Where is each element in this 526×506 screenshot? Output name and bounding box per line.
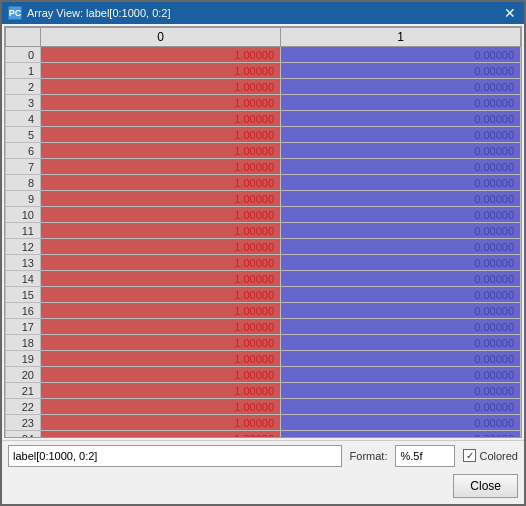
- col-0-cell: 1.00000: [41, 159, 281, 175]
- col-1-cell: 0.00000: [281, 319, 521, 335]
- table-row: 51.000000.00000: [6, 127, 521, 143]
- col-0-cell: 1.00000: [41, 303, 281, 319]
- col-0-cell: 1.00000: [41, 271, 281, 287]
- row-index-cell: 13: [6, 255, 41, 271]
- table-row: 21.000000.00000: [6, 79, 521, 95]
- title-bar: PC Array View: label[0:1000, 0:2] ✕: [2, 2, 524, 24]
- col-1-cell: 0.00000: [281, 159, 521, 175]
- format-label: Format:: [350, 450, 388, 462]
- col-1-cell: 0.00000: [281, 47, 521, 63]
- col-0-cell: 1.00000: [41, 175, 281, 191]
- row-index-cell: 24: [6, 431, 41, 439]
- title-bar-left: PC Array View: label[0:1000, 0:2]: [8, 6, 171, 20]
- col-1-cell: 0.00000: [281, 175, 521, 191]
- format-input[interactable]: [395, 445, 455, 467]
- row-index-cell: 2: [6, 79, 41, 95]
- row-index-cell: 4: [6, 111, 41, 127]
- table-row: 01.000000.00000: [6, 47, 521, 63]
- table-row: 191.000000.00000: [6, 351, 521, 367]
- window-title: Array View: label[0:1000, 0:2]: [27, 7, 171, 19]
- row-index-header: [6, 28, 41, 47]
- row-index-cell: 17: [6, 319, 41, 335]
- col-0-cell: 1.00000: [41, 223, 281, 239]
- col-1-cell: 0.00000: [281, 271, 521, 287]
- col-0-cell: 1.00000: [41, 47, 281, 63]
- colored-text: Colored: [479, 450, 518, 462]
- app-icon: PC: [8, 6, 22, 20]
- col-0-cell: 1.00000: [41, 335, 281, 351]
- table-row: 131.000000.00000: [6, 255, 521, 271]
- col-1-cell: 0.00000: [281, 127, 521, 143]
- table-row: 101.000000.00000: [6, 207, 521, 223]
- col-1-cell: 0.00000: [281, 239, 521, 255]
- col-1-cell: 0.00000: [281, 287, 521, 303]
- table-row: 141.000000.00000: [6, 271, 521, 287]
- col-0-cell: 1.00000: [41, 63, 281, 79]
- table-row: 221.000000.00000: [6, 399, 521, 415]
- col-1-cell: 0.00000: [281, 95, 521, 111]
- table-row: 91.000000.00000: [6, 191, 521, 207]
- table-row: 201.000000.00000: [6, 367, 521, 383]
- col-0-cell: 1.00000: [41, 383, 281, 399]
- array-table: 0 1 01.000000.0000011.000000.0000021.000…: [5, 27, 521, 438]
- col-1-cell: 0.00000: [281, 207, 521, 223]
- table-row: 241.000000.00000: [6, 431, 521, 439]
- col-0-cell: 1.00000: [41, 367, 281, 383]
- table-row: 121.000000.00000: [6, 239, 521, 255]
- col-1-cell: 0.00000: [281, 191, 521, 207]
- row-index-cell: 19: [6, 351, 41, 367]
- col-0-cell: 1.00000: [41, 431, 281, 439]
- action-bar: Close: [2, 470, 524, 504]
- col-0-cell: 1.00000: [41, 319, 281, 335]
- row-index-cell: 9: [6, 191, 41, 207]
- row-index-cell: 5: [6, 127, 41, 143]
- table-row: 61.000000.00000: [6, 143, 521, 159]
- table-row: 181.000000.00000: [6, 335, 521, 351]
- col-1-cell: 0.00000: [281, 223, 521, 239]
- row-index-cell: 1: [6, 63, 41, 79]
- row-index-cell: 3: [6, 95, 41, 111]
- row-index-cell: 6: [6, 143, 41, 159]
- col-0-cell: 1.00000: [41, 111, 281, 127]
- colored-option: ✓ Colored: [463, 449, 518, 462]
- col-0-cell: 1.00000: [41, 399, 281, 415]
- col-1-cell: 0.00000: [281, 383, 521, 399]
- table-row: 31.000000.00000: [6, 95, 521, 111]
- col-0-cell: 1.00000: [41, 207, 281, 223]
- row-index-cell: 22: [6, 399, 41, 415]
- col-0-cell: 1.00000: [41, 351, 281, 367]
- col-0-cell: 1.00000: [41, 79, 281, 95]
- col-1-cell: 0.00000: [281, 303, 521, 319]
- table-row: 11.000000.00000: [6, 63, 521, 79]
- row-index-cell: 23: [6, 415, 41, 431]
- colored-checkbox[interactable]: ✓: [463, 449, 476, 462]
- col-1-header: 1: [281, 28, 521, 47]
- col-0-cell: 1.00000: [41, 143, 281, 159]
- array-view-window: PC Array View: label[0:1000, 0:2] ✕ 0 1 …: [0, 0, 526, 506]
- col-0-cell: 1.00000: [41, 255, 281, 271]
- col-1-cell: 0.00000: [281, 111, 521, 127]
- col-0-cell: 1.00000: [41, 191, 281, 207]
- table-row: 81.000000.00000: [6, 175, 521, 191]
- close-button[interactable]: Close: [453, 474, 518, 498]
- footer-bar: label[0:1000, 0:2] Format: ✓ Colored: [2, 440, 524, 470]
- col-0-cell: 1.00000: [41, 127, 281, 143]
- row-index-cell: 14: [6, 271, 41, 287]
- col-1-cell: 0.00000: [281, 255, 521, 271]
- table-row: 111.000000.00000: [6, 223, 521, 239]
- table-row: 151.000000.00000: [6, 287, 521, 303]
- col-0-cell: 1.00000: [41, 287, 281, 303]
- col-1-cell: 0.00000: [281, 79, 521, 95]
- col-0-header: 0: [41, 28, 281, 47]
- array-table-container[interactable]: 0 1 01.000000.0000011.000000.0000021.000…: [4, 26, 522, 438]
- row-index-cell: 0: [6, 47, 41, 63]
- table-row: 211.000000.00000: [6, 383, 521, 399]
- col-0-cell: 1.00000: [41, 95, 281, 111]
- row-index-cell: 7: [6, 159, 41, 175]
- window-close-icon[interactable]: ✕: [502, 5, 518, 21]
- col-1-cell: 0.00000: [281, 143, 521, 159]
- table-body: 01.000000.0000011.000000.0000021.000000.…: [6, 47, 521, 439]
- table-row: 71.000000.00000: [6, 159, 521, 175]
- row-index-cell: 21: [6, 383, 41, 399]
- row-index-cell: 15: [6, 287, 41, 303]
